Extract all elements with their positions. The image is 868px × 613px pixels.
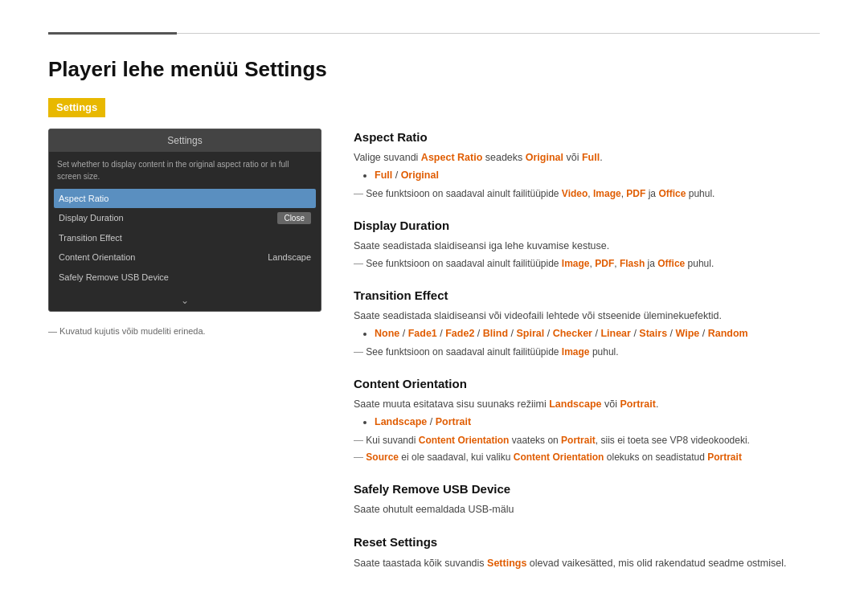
note-image: Image <box>593 188 621 199</box>
co-bullet-landscape: Landscape <box>375 416 427 427</box>
section-aspect-ratio: Aspect Ratio Valige suvandi Aspect Ratio… <box>354 129 820 201</box>
settings-ui-description: Set whether to display content in the or… <box>49 152 321 186</box>
transition-effect-note: See funktsioon on saadaval ainult failit… <box>354 345 820 359</box>
settings-item-label: Display Duration <box>59 211 124 225</box>
section-reset-settings: Reset Settings Saate taastada kõik suvan… <box>354 533 820 570</box>
content-orientation-description: Saate muuta esitatava sisu suunaks režii… <box>354 397 820 412</box>
left-panel-footnote: Kuvatud kujutis võib mudeliti erineda. <box>48 325 321 338</box>
co-note2-portrait: Portrait <box>707 452 742 463</box>
settings-item-label: Transition Effect <box>59 231 122 245</box>
display-duration-description: Saate seadistada slaidiseansi iga lehe k… <box>354 239 820 254</box>
co-portrait: Portrait <box>620 398 655 410</box>
note-image3: Image <box>562 346 590 358</box>
transition-effect-bullet: None / Fade1 / Fade2 / Blind / Spiral / … <box>375 326 820 341</box>
settings-item-content-orientation[interactable]: Content Orientation Landscape <box>54 247 316 268</box>
section-title-transition-effect: Transition Effect <box>354 287 820 305</box>
note-image2: Image <box>562 258 590 269</box>
content-orientation-note2: Source ei ole saadaval, kui valiku Conte… <box>354 450 820 464</box>
bullet-full: Full <box>375 170 392 181</box>
safely-remove-description: Saate ohutult eemaldada USB-mälu <box>354 502 820 517</box>
rs-settings: Settings <box>487 558 526 569</box>
highlight-full: Full <box>582 152 600 163</box>
settings-ui-mockup: Settings Set whether to display content … <box>48 129 321 313</box>
te-blind: Blind <box>483 328 508 339</box>
content-orientation-bullet: Landscape / Portrait <box>375 415 820 430</box>
content-layout: Settings Set whether to display content … <box>48 129 820 587</box>
co-landscape: Landscape <box>549 398 601 410</box>
co-note1-h2: Portrait <box>561 435 596 446</box>
settings-item-value: Landscape <box>268 251 311 264</box>
settings-item-label: Safely Remove USB Device <box>59 271 169 284</box>
section-content-orientation: Content Orientation Saate muuta esitatav… <box>354 375 820 464</box>
note-office: Office <box>658 188 686 199</box>
section-title-aspect-ratio: Aspect Ratio <box>354 129 820 147</box>
note-pdf: PDF <box>626 188 645 199</box>
page-title: Playeri lehe menüü Settings <box>48 54 820 85</box>
note-pdf2: PDF <box>595 258 614 269</box>
note-video: Video <box>562 188 588 199</box>
co-note1-h1: Content Orientation <box>419 435 510 446</box>
settings-item-label: Content Orientation <box>59 251 135 264</box>
chevron-down-icon: ⌄ <box>49 290 321 311</box>
settings-badge: Settings <box>48 98 105 117</box>
section-title-safely-remove: Safely Remove USB Device <box>354 480 820 499</box>
te-wipe: Wipe <box>676 328 700 339</box>
settings-ui-list: Aspect Ratio Display Duration Close Tran… <box>49 186 321 291</box>
te-none: None <box>375 328 399 339</box>
aspect-ratio-description: Valige suvandi Aspect Ratio seadeks Orig… <box>354 150 820 166</box>
highlight-aspect-ratio: Aspect Ratio <box>421 152 482 163</box>
divider-left <box>48 32 177 35</box>
te-fade1: Fade1 <box>408 328 437 339</box>
co-note2-h: Content Orientation <box>514 452 604 463</box>
settings-ui-title: Settings <box>49 129 321 152</box>
section-transition-effect: Transition Effect Saate seadistada slaid… <box>354 287 820 359</box>
aspect-ratio-bullet: Full / Original <box>375 168 820 183</box>
note-flash: Flash <box>620 258 645 269</box>
te-fade2: Fade2 <box>445 328 474 339</box>
te-stairs: Stairs <box>639 328 667 339</box>
divider-right <box>177 33 820 34</box>
left-panel: Settings Set whether to display content … <box>48 129 321 587</box>
section-display-duration: Display Duration Saate seadistada slaidi… <box>354 217 820 271</box>
settings-item-aspect-ratio[interactable]: Aspect Ratio <box>54 189 316 209</box>
settings-item-safely-remove[interactable]: Safely Remove USB Device <box>54 268 316 288</box>
transition-effect-description: Saate seadistada slaidiseansi või videof… <box>354 309 820 324</box>
settings-item-label: Aspect Ratio <box>59 192 108 206</box>
settings-item-transition-effect[interactable]: Transition Effect <box>54 228 316 248</box>
te-spiral: Spiral <box>516 328 544 339</box>
te-linear: Linear <box>600 328 631 339</box>
co-bullet-portrait: Portrait <box>436 416 471 427</box>
section-title-reset-settings: Reset Settings <box>354 533 820 552</box>
highlight-original: Original <box>526 152 563 163</box>
note-office2: Office <box>657 258 685 269</box>
bullet-original: Original <box>401 170 439 181</box>
settings-item-display-duration[interactable]: Display Duration Close <box>54 208 316 228</box>
right-panel: Aspect Ratio Valige suvandi Aspect Ratio… <box>354 129 820 587</box>
co-note2-source: Source <box>366 452 399 463</box>
display-duration-note: See funktsioon on saadaval ainult failit… <box>354 256 820 271</box>
section-title-content-orientation: Content Orientation <box>354 375 820 394</box>
section-title-display-duration: Display Duration <box>354 217 820 235</box>
section-safely-remove: Safely Remove USB Device Saate ohutult e… <box>354 480 820 517</box>
close-button[interactable]: Close <box>277 212 311 224</box>
aspect-ratio-note: See funktsioon on saadaval ainult failit… <box>354 186 820 201</box>
reset-settings-description: Saate taastada kõik suvandis Settings ol… <box>354 556 820 571</box>
te-checker: Checker <box>553 328 592 339</box>
te-random: Random <box>708 328 748 339</box>
content-orientation-note1: Kui suvandi Content Orientation vaateks … <box>354 433 820 447</box>
top-divider <box>48 32 820 35</box>
